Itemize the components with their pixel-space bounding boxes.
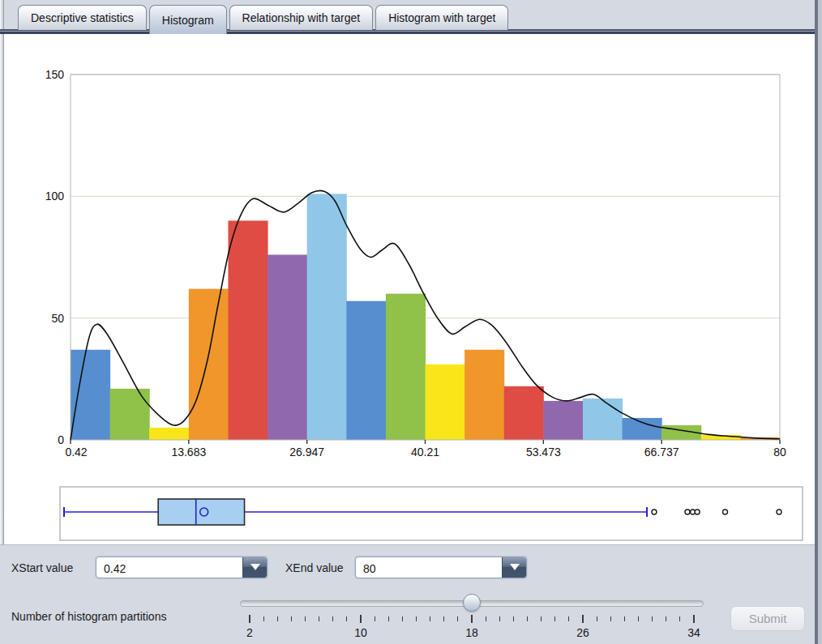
xstart-label: XStart value bbox=[11, 562, 73, 574]
histogram-bar bbox=[307, 194, 347, 440]
slider-major-tick bbox=[249, 615, 250, 623]
slider-minor-tick bbox=[554, 616, 555, 621]
xend-dropdown-button[interactable] bbox=[502, 557, 526, 578]
histogram-chart: 0501001500.4213.68326.94740.2153.47366.7… bbox=[4, 34, 815, 463]
partitions-slider[interactable]: 210182634 bbox=[240, 592, 704, 641]
slider-minor-tick bbox=[291, 616, 292, 621]
left-splitter-handle[interactable] bbox=[0, 0, 4, 544]
slider-minor-tick bbox=[375, 616, 375, 621]
y-axis-tick-label: 50 bbox=[51, 312, 64, 325]
slider-minor-tick bbox=[610, 616, 611, 621]
slider-major-tick bbox=[471, 615, 473, 623]
boxplot-outlier bbox=[723, 510, 728, 514]
histogram-bar bbox=[71, 350, 110, 440]
slider-minor-tick bbox=[652, 616, 653, 621]
slider-minor-tick bbox=[499, 616, 500, 621]
partitions-label: Number of histogram partitions bbox=[11, 611, 166, 622]
histogram-bar bbox=[228, 220, 268, 440]
slider-tick-label: 34 bbox=[687, 626, 700, 639]
slider-thumb[interactable] bbox=[463, 594, 481, 612]
slider-minor-tick bbox=[319, 616, 319, 621]
tab-histogram-with-target[interactable]: Histogram with target bbox=[375, 5, 508, 30]
x-axis-tick-label: 40.21 bbox=[411, 446, 439, 458]
slider-minor-tick bbox=[416, 616, 417, 621]
xend-value: 80 bbox=[363, 562, 376, 575]
slider-major-tick bbox=[360, 615, 362, 623]
histogram-bar bbox=[386, 294, 426, 440]
slider-minor-tick bbox=[666, 616, 666, 621]
x-axis-tick-label: 80 bbox=[773, 446, 786, 458]
y-axis-tick-label: 150 bbox=[45, 68, 65, 81]
slider-minor-tick bbox=[332, 616, 333, 621]
histogram-bar bbox=[504, 386, 544, 440]
slider-minor-tick bbox=[430, 616, 430, 621]
histogram-bar bbox=[346, 301, 386, 440]
histogram-bar bbox=[268, 254, 307, 440]
slider-major-tick bbox=[693, 615, 695, 623]
xstart-combobox[interactable]: 0.42 bbox=[96, 557, 268, 578]
boxplot-chart bbox=[61, 488, 802, 540]
xend-label: XEnd value bbox=[285, 562, 344, 574]
tab-descriptive-statistics[interactable]: Descriptive statistics bbox=[18, 5, 147, 30]
slider-minor-tick bbox=[638, 616, 639, 621]
histogram-bar bbox=[426, 365, 465, 440]
boxplot-outlier bbox=[652, 510, 657, 514]
slider-minor-tick bbox=[486, 616, 486, 621]
slider-minor-tick bbox=[402, 616, 403, 621]
xend-combobox[interactable]: 80 bbox=[355, 557, 527, 578]
tab-relationship-with-target[interactable]: Relationship with target bbox=[229, 5, 374, 30]
xstart-value: 0.42 bbox=[104, 562, 126, 575]
histogram-bar bbox=[110, 389, 150, 440]
x-axis-tick-label: 66.737 bbox=[644, 446, 679, 458]
slider-minor-tick bbox=[513, 616, 514, 621]
chevron-down-icon bbox=[510, 564, 520, 570]
slider-minor-tick bbox=[388, 616, 389, 621]
histogram-bar bbox=[583, 399, 623, 440]
histogram-bar bbox=[543, 401, 583, 440]
slider-tick-label: 18 bbox=[465, 626, 478, 639]
boxplot-outlier bbox=[777, 510, 781, 514]
slider-minor-tick bbox=[263, 616, 264, 621]
chevron-down-icon bbox=[250, 564, 260, 570]
y-axis-tick-label: 0 bbox=[58, 433, 64, 446]
slider-tick-label: 10 bbox=[354, 626, 367, 639]
slider-tick-label: 2 bbox=[246, 626, 253, 639]
boxplot-outlier bbox=[685, 510, 690, 514]
page-root: Descriptive statistics Histogram Relatio… bbox=[0, 0, 822, 644]
slider-minor-tick bbox=[346, 616, 347, 621]
tab-strip: Descriptive statistics Histogram Relatio… bbox=[18, 5, 508, 34]
window-right-edge bbox=[818, 0, 822, 644]
slider-minor-tick bbox=[277, 616, 278, 621]
boxplot-box bbox=[158, 499, 244, 525]
slider-minor-tick bbox=[568, 616, 569, 621]
x-axis-tick-label: 53.473 bbox=[526, 446, 561, 458]
histogram-bar bbox=[465, 350, 504, 440]
slider-major-tick bbox=[582, 615, 584, 623]
slider-minor-tick bbox=[624, 616, 625, 621]
slider-minor-tick bbox=[527, 616, 528, 621]
x-axis-tick-label: 0.42 bbox=[65, 446, 87, 458]
slider-minor-tick bbox=[541, 616, 542, 621]
x-axis-tick-label: 13.683 bbox=[171, 446, 206, 458]
slider-minor-tick bbox=[305, 616, 306, 621]
y-axis-tick-label: 100 bbox=[45, 190, 65, 203]
controls-panel: XStart value 0.42 XEnd value 80 Number o… bbox=[0, 544, 815, 644]
tab-histogram[interactable]: Histogram bbox=[149, 5, 227, 34]
boxplot-panel bbox=[59, 486, 803, 541]
slider-tick-label: 26 bbox=[576, 626, 589, 639]
xstart-dropdown-button[interactable] bbox=[242, 557, 267, 578]
x-axis-tick-label: 26.947 bbox=[289, 446, 324, 458]
histogram-bar bbox=[189, 289, 229, 440]
slider-minor-tick bbox=[679, 616, 680, 621]
slider-minor-tick bbox=[457, 616, 458, 621]
submit-button[interactable]: Submit bbox=[730, 606, 805, 631]
slider-minor-tick bbox=[597, 616, 597, 621]
slider-minor-tick bbox=[443, 616, 444, 621]
histogram-bar bbox=[149, 428, 189, 440]
boxplot-outlier bbox=[695, 510, 700, 514]
histogram-bar bbox=[623, 418, 662, 440]
